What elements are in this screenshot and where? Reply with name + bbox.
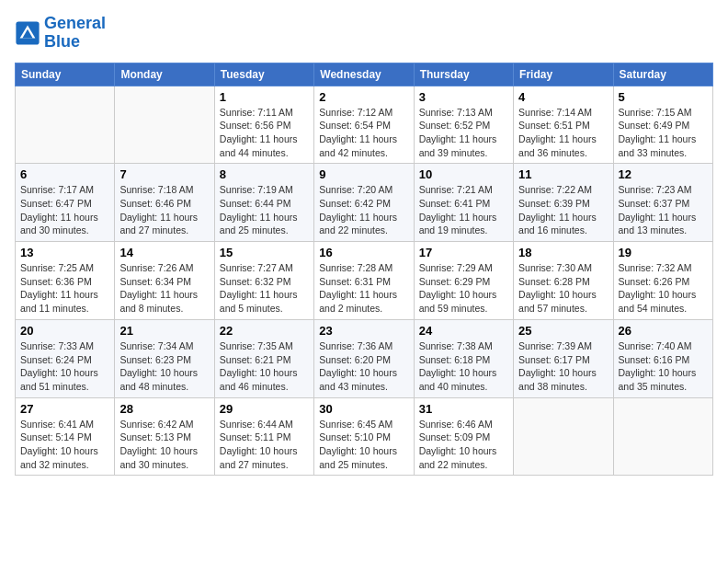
day-info: Sunrise: 7:11 AM Sunset: 6:56 PM Dayligh… — [220, 106, 309, 160]
calendar-cell: 11Sunrise: 7:22 AM Sunset: 6:39 PM Dayli… — [514, 164, 613, 242]
day-number: 19 — [619, 246, 708, 259]
calendar-cell: 20Sunrise: 7:33 AM Sunset: 6:24 PM Dayli… — [16, 319, 115, 397]
day-number: 12 — [619, 167, 708, 181]
logo: General Blue — [15, 15, 106, 52]
day-info: Sunrise: 7:29 AM Sunset: 6:29 PM Dayligh… — [419, 261, 508, 316]
day-number: 4 — [518, 90, 608, 104]
calendar-cell: 21Sunrise: 7:34 AM Sunset: 6:23 PM Dayli… — [115, 319, 214, 397]
day-number: 10 — [419, 167, 508, 181]
calendar-cell: 1Sunrise: 7:11 AM Sunset: 6:56 PM Daylig… — [214, 86, 313, 164]
day-number: 7 — [119, 167, 209, 181]
calendar-cell: 29Sunrise: 6:44 AM Sunset: 5:11 PM Dayli… — [214, 397, 313, 476]
logo-icon — [15, 20, 40, 46]
day-number: 17 — [419, 246, 508, 259]
weekday-header-row: SundayMondayTuesdayWednesdayThursdayFrid… — [16, 63, 713, 86]
calendar-cell: 2Sunrise: 7:12 AM Sunset: 6:54 PM Daylig… — [314, 86, 414, 164]
page-header: General Blue — [15, 15, 713, 52]
calendar-week-1: 1Sunrise: 7:11 AM Sunset: 6:56 PM Daylig… — [16, 86, 713, 164]
day-info: Sunrise: 7:39 AM Sunset: 6:17 PM Dayligh… — [518, 339, 608, 394]
day-info: Sunrise: 7:20 AM Sunset: 6:42 PM Dayligh… — [319, 183, 408, 237]
day-info: Sunrise: 7:38 AM Sunset: 6:18 PM Dayligh… — [419, 339, 508, 394]
day-info: Sunrise: 6:45 AM Sunset: 5:10 PM Dayligh… — [319, 418, 408, 472]
logo-text: General Blue — [44, 15, 106, 52]
calendar-cell: 3Sunrise: 7:13 AM Sunset: 6:52 PM Daylig… — [414, 86, 513, 164]
day-number: 16 — [319, 246, 408, 259]
day-info: Sunrise: 7:36 AM Sunset: 6:20 PM Dayligh… — [319, 339, 408, 394]
calendar-cell: 25Sunrise: 7:39 AM Sunset: 6:17 PM Dayli… — [514, 319, 613, 397]
day-info: Sunrise: 7:12 AM Sunset: 6:54 PM Dayligh… — [319, 106, 408, 160]
calendar-cell: 30Sunrise: 6:45 AM Sunset: 5:10 PM Dayli… — [314, 397, 414, 476]
day-info: Sunrise: 7:30 AM Sunset: 6:28 PM Dayligh… — [518, 261, 608, 316]
calendar-cell: 13Sunrise: 7:25 AM Sunset: 6:36 PM Dayli… — [16, 242, 115, 320]
calendar-cell: 27Sunrise: 6:41 AM Sunset: 5:14 PM Dayli… — [16, 397, 115, 476]
day-info: Sunrise: 7:26 AM Sunset: 6:34 PM Dayligh… — [119, 261, 209, 316]
day-info: Sunrise: 6:42 AM Sunset: 5:13 PM Dayligh… — [119, 418, 209, 472]
calendar-week-5: 27Sunrise: 6:41 AM Sunset: 5:14 PM Dayli… — [16, 397, 713, 476]
day-info: Sunrise: 7:28 AM Sunset: 6:31 PM Dayligh… — [319, 261, 408, 316]
calendar-cell: 4Sunrise: 7:14 AM Sunset: 6:51 PM Daylig… — [514, 86, 613, 164]
day-info: Sunrise: 6:44 AM Sunset: 5:11 PM Dayligh… — [220, 418, 309, 472]
calendar-cell: 14Sunrise: 7:26 AM Sunset: 6:34 PM Dayli… — [115, 242, 214, 320]
day-number: 28 — [119, 402, 209, 416]
calendar-cell: 12Sunrise: 7:23 AM Sunset: 6:37 PM Dayli… — [613, 164, 712, 242]
day-info: Sunrise: 7:21 AM Sunset: 6:41 PM Dayligh… — [419, 183, 508, 237]
day-info: Sunrise: 7:18 AM Sunset: 6:46 PM Dayligh… — [119, 183, 209, 237]
day-number: 11 — [518, 167, 608, 181]
calendar-cell — [115, 86, 214, 164]
weekday-header-saturday: Saturday — [613, 63, 712, 86]
day-info: Sunrise: 7:19 AM Sunset: 6:44 PM Dayligh… — [220, 183, 309, 237]
day-number: 22 — [220, 324, 309, 338]
weekday-header-tuesday: Tuesday — [214, 63, 313, 86]
day-info: Sunrise: 7:22 AM Sunset: 6:39 PM Dayligh… — [518, 183, 608, 237]
day-info: Sunrise: 7:27 AM Sunset: 6:32 PM Dayligh… — [220, 261, 309, 316]
calendar-cell: 16Sunrise: 7:28 AM Sunset: 6:31 PM Dayli… — [314, 242, 414, 320]
calendar-cell — [16, 86, 115, 164]
calendar-week-2: 6Sunrise: 7:17 AM Sunset: 6:47 PM Daylig… — [16, 164, 713, 242]
day-number: 6 — [20, 167, 109, 181]
day-number: 26 — [619, 324, 708, 338]
calendar-cell: 19Sunrise: 7:32 AM Sunset: 6:26 PM Dayli… — [613, 242, 712, 320]
calendar-cell: 7Sunrise: 7:18 AM Sunset: 6:46 PM Daylig… — [115, 164, 214, 242]
day-number: 5 — [619, 90, 708, 104]
weekday-header-sunday: Sunday — [16, 63, 115, 86]
weekday-header-thursday: Thursday — [414, 63, 513, 86]
day-number: 25 — [518, 324, 608, 338]
calendar-cell: 9Sunrise: 7:20 AM Sunset: 6:42 PM Daylig… — [314, 164, 414, 242]
day-number: 20 — [20, 324, 109, 338]
calendar-table: SundayMondayTuesdayWednesdayThursdayFrid… — [15, 63, 713, 477]
day-info: Sunrise: 7:25 AM Sunset: 6:36 PM Dayligh… — [20, 261, 109, 316]
calendar-cell: 28Sunrise: 6:42 AM Sunset: 5:13 PM Dayli… — [115, 397, 214, 476]
day-number: 2 — [319, 90, 408, 104]
day-number: 8 — [220, 167, 309, 181]
calendar-week-4: 20Sunrise: 7:33 AM Sunset: 6:24 PM Dayli… — [16, 319, 713, 397]
calendar-cell: 22Sunrise: 7:35 AM Sunset: 6:21 PM Dayli… — [214, 319, 313, 397]
calendar-cell — [613, 397, 712, 476]
day-info: Sunrise: 7:14 AM Sunset: 6:51 PM Dayligh… — [518, 106, 608, 160]
day-number: 9 — [319, 167, 408, 181]
day-number: 15 — [220, 246, 309, 259]
day-info: Sunrise: 6:41 AM Sunset: 5:14 PM Dayligh… — [20, 418, 109, 472]
day-info: Sunrise: 7:17 AM Sunset: 6:47 PM Dayligh… — [20, 183, 109, 237]
weekday-header-friday: Friday — [514, 63, 613, 86]
day-info: Sunrise: 7:33 AM Sunset: 6:24 PM Dayligh… — [20, 339, 109, 394]
day-info: Sunrise: 7:34 AM Sunset: 6:23 PM Dayligh… — [119, 339, 209, 394]
day-number: 30 — [319, 402, 408, 416]
calendar-body: 1Sunrise: 7:11 AM Sunset: 6:56 PM Daylig… — [16, 86, 713, 476]
calendar-cell: 8Sunrise: 7:19 AM Sunset: 6:44 PM Daylig… — [214, 164, 313, 242]
day-number: 1 — [220, 90, 309, 104]
calendar-cell — [514, 397, 613, 476]
calendar-cell: 18Sunrise: 7:30 AM Sunset: 6:28 PM Dayli… — [514, 242, 613, 320]
day-info: Sunrise: 6:46 AM Sunset: 5:09 PM Dayligh… — [419, 418, 508, 472]
calendar-cell: 24Sunrise: 7:38 AM Sunset: 6:18 PM Dayli… — [414, 319, 513, 397]
day-number: 23 — [319, 324, 408, 338]
calendar-cell: 31Sunrise: 6:46 AM Sunset: 5:09 PM Dayli… — [414, 397, 513, 476]
calendar-cell: 5Sunrise: 7:15 AM Sunset: 6:49 PM Daylig… — [613, 86, 712, 164]
day-number: 27 — [20, 402, 109, 416]
calendar-cell: 15Sunrise: 7:27 AM Sunset: 6:32 PM Dayli… — [214, 242, 313, 320]
day-number: 3 — [419, 90, 508, 104]
weekday-header-monday: Monday — [115, 63, 214, 86]
day-number: 21 — [119, 324, 209, 338]
day-info: Sunrise: 7:13 AM Sunset: 6:52 PM Dayligh… — [419, 106, 508, 160]
day-info: Sunrise: 7:35 AM Sunset: 6:21 PM Dayligh… — [220, 339, 309, 394]
calendar-week-3: 13Sunrise: 7:25 AM Sunset: 6:36 PM Dayli… — [16, 242, 713, 320]
